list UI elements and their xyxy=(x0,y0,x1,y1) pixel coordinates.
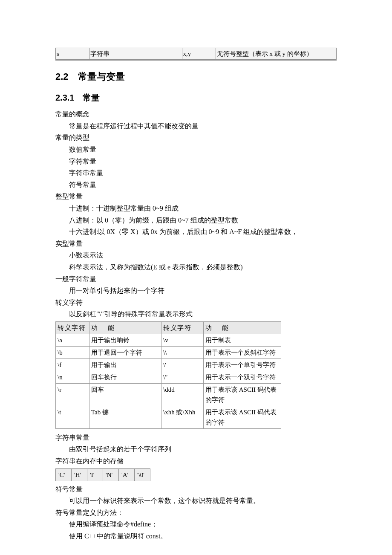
para-real-scientific: 科学表示法，又称为指数法(E 或 e 表示指数，必须是整数) xyxy=(55,262,337,273)
para-symbol-define: 使用编译预处理命令#define； xyxy=(55,519,337,530)
para-real-decimal: 小数表示法 xyxy=(55,250,337,261)
esc-header-3: 转义字符 xyxy=(161,321,204,334)
para-constant-concept-desc: 常量是在程序运行过程中其值不能改变的量 xyxy=(55,121,337,132)
para-symbol-desc: 可以用一个标识符来表示一个常数，这个标识符就是符号常量。 xyxy=(55,495,337,506)
para-normal-char-desc: 用一对单引号括起来的一个字符 xyxy=(55,285,337,296)
body-text: 常量的概念 常量是在程序运行过程中其值不能改变的量 常量的类型 数值常量 字符常… xyxy=(55,109,337,541)
mem-cell: 'A' xyxy=(119,468,135,481)
para-constant-concept: 常量的概念 xyxy=(55,109,337,120)
mem-cell: '\0' xyxy=(135,468,150,481)
para-type-symbol: 符号常量 xyxy=(55,179,337,191)
para-escape: 转义字符 xyxy=(55,297,337,308)
top-cell-3: x,y xyxy=(182,48,216,60)
top-cell-4: 无符号整型（表示 x 或 y 的坐标） xyxy=(216,48,336,60)
para-type-char: 字符常量 xyxy=(55,156,337,167)
para-string-constant: 字符串常量 xyxy=(55,432,337,443)
para-escape-desc: 以反斜杠"\"引导的特殊字符常量表示形式 xyxy=(55,309,337,320)
mem-cell: 'N' xyxy=(103,468,119,481)
para-int-dec: 十进制：十进制整型常量由 0~9 组成 xyxy=(55,203,337,214)
esc-header-2: 功能 xyxy=(89,321,161,334)
escape-char-table: 转义字符 功能 转义字符 功能 \a 用于输出响铃 \v 用于制表 \b 用于退… xyxy=(55,321,281,429)
heading-2-2: 2.2 常量与变量 xyxy=(55,69,337,84)
table-row: \t Tab 键 \xhh 或\Xhh 用于表示该 ASCII 码代表的字符 xyxy=(56,406,281,428)
mem-cell: 'H' xyxy=(72,468,87,481)
para-symbol-constant: 符号常量 xyxy=(55,484,337,495)
page: s 字符串 x,y 无符号整型（表示 x 或 y 的坐标） 2.2 常量与变量 … xyxy=(0,0,392,555)
memory-storage-table: 'C' 'H' 'I' 'N' 'A' '\0' xyxy=(55,468,150,481)
para-type-string: 字符串常量 xyxy=(55,168,337,179)
esc-header-4: 功能 xyxy=(204,321,281,334)
table-row: \a 用于输出响铃 \v 用于制表 xyxy=(56,334,281,346)
para-symbol-const: 使用 C++中的常量说明符 const。 xyxy=(55,531,337,542)
para-string-memory: 字符串在内存中的存储 xyxy=(55,456,337,467)
top-cell-1: s xyxy=(56,48,89,60)
para-real-constant: 实型常量 xyxy=(55,238,337,249)
heading-2-3-1: 2.3.1 常量 xyxy=(55,91,337,104)
esc-header-1: 转义字符 xyxy=(56,321,89,334)
para-normal-char: 一般字符常量 xyxy=(55,274,337,285)
table-row: \b 用于退回一个字符 \\ 用于表示一个反斜杠字符 xyxy=(56,346,281,358)
table-row: \n 回车换行 \" 用于表示一个双引号字符 xyxy=(56,371,281,383)
para-symbol-define-method: 符号常量定义的方法： xyxy=(55,507,337,518)
table-row: \r 回车 \ddd 用于表示该 ASCII 码代表的字符 xyxy=(56,383,281,406)
para-type-numeric: 数值常量 xyxy=(55,144,337,155)
para-constant-types: 常量的类型 xyxy=(55,132,337,143)
table-row: \f 用于输出 \' 用于表示一个单引号字符 xyxy=(56,358,281,371)
mem-cell: 'I' xyxy=(87,468,103,481)
top-cell-2: 字符串 xyxy=(89,48,182,60)
para-int-oct: 八进制：以 0（零）为前缀，后跟由 0~7 组成的整型常数 xyxy=(55,215,337,226)
para-int-constant: 整型常量 xyxy=(55,191,337,202)
top-context-table: s 字符串 x,y 无符号整型（表示 x 或 y 的坐标） xyxy=(55,47,337,61)
para-string-desc: 由双引号括起来的若干个字符序列 xyxy=(55,444,337,455)
para-int-hex: 十六进制:以 0X（零 X）或 0x 为前缀，后跟由 0~9 和 A~F 组成的… xyxy=(55,226,337,237)
mem-cell: 'C' xyxy=(56,468,72,481)
